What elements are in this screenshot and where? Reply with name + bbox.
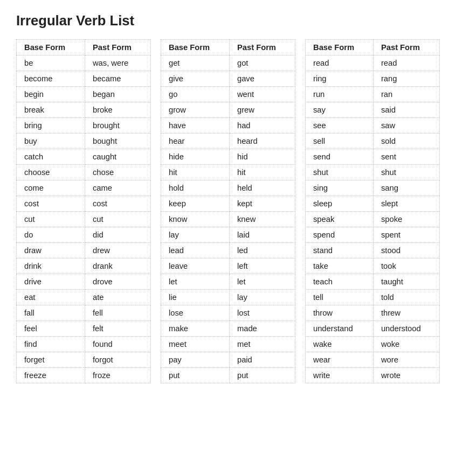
- base-form-cell: drink: [17, 259, 85, 274]
- table-row: catchcaught: [17, 149, 151, 165]
- past-form-cell: got: [229, 55, 295, 71]
- table-row: hidehid: [161, 149, 295, 165]
- table-row: putput: [161, 368, 295, 383]
- base-form-cell: forget: [17, 352, 85, 368]
- past-form-cell: said: [373, 102, 439, 118]
- col-header-1: Past Form: [85, 40, 150, 55]
- past-form-cell: saw: [373, 118, 439, 134]
- table-row: hearheard: [161, 134, 295, 149]
- past-form-cell: kept: [229, 196, 295, 212]
- base-form-cell: lie: [161, 290, 230, 305]
- base-form-cell: throw: [306, 305, 374, 321]
- base-form-cell: leave: [161, 259, 230, 274]
- base-form-cell: go: [161, 87, 230, 102]
- table-row: dodid: [17, 227, 151, 243]
- base-form-cell: choose: [17, 165, 85, 180]
- past-form-cell: told: [373, 290, 439, 305]
- table-row: bringbrought: [17, 118, 151, 134]
- table-row: havehad: [161, 118, 295, 134]
- table-row: costcost: [17, 196, 151, 212]
- base-form-cell: wake: [306, 337, 374, 352]
- past-form-cell: forgot: [85, 352, 150, 368]
- base-form-cell: spend: [306, 227, 374, 243]
- base-form-cell: lay: [161, 227, 230, 243]
- base-form-cell: stand: [306, 243, 374, 259]
- table-row: sendsent: [306, 149, 440, 165]
- col-header-0: Base Form: [17, 40, 85, 55]
- base-form-cell: sleep: [306, 196, 374, 212]
- base-form-cell: begin: [17, 87, 85, 102]
- table-row: leaveleft: [161, 259, 295, 274]
- table-row: wakewoke: [306, 337, 440, 352]
- table-row: loselost: [161, 305, 295, 321]
- past-form-cell: chose: [85, 165, 150, 180]
- col-header-0: Base Form: [306, 40, 374, 55]
- table-row: buybought: [17, 134, 151, 149]
- past-form-cell: threw: [373, 305, 439, 321]
- base-form-cell: become: [17, 71, 85, 87]
- table-row: getgot: [161, 55, 295, 71]
- base-form-cell: draw: [17, 243, 85, 259]
- past-form-cell: sang: [373, 180, 439, 196]
- table-row: lielay: [161, 290, 295, 305]
- past-form-cell: drove: [85, 274, 150, 290]
- base-form-cell: bring: [17, 118, 85, 134]
- base-form-cell: see: [306, 118, 374, 134]
- base-form-cell: find: [17, 337, 85, 352]
- base-form-cell: let: [161, 274, 230, 290]
- base-form-cell: do: [17, 227, 85, 243]
- past-form-cell: broke: [85, 102, 150, 118]
- table-row: ringrang: [306, 71, 440, 87]
- table-row: givegave: [161, 71, 295, 87]
- base-form-cell: buy: [17, 134, 85, 149]
- past-form-cell: froze: [85, 368, 150, 383]
- table-row: beginbegan: [17, 87, 151, 102]
- past-form-cell: felt: [85, 321, 150, 337]
- past-form-cell: hid: [229, 149, 295, 165]
- table-row: readread: [306, 55, 440, 71]
- base-form-cell: pay: [161, 352, 230, 368]
- table-row: telltold: [306, 290, 440, 305]
- base-form-cell: ring: [306, 71, 374, 87]
- table-row: bewas, were: [17, 55, 151, 71]
- past-form-cell: put: [229, 368, 295, 383]
- past-form-cell: spoke: [373, 212, 439, 227]
- past-form-cell: laid: [229, 227, 295, 243]
- base-form-cell: hold: [161, 180, 230, 196]
- table-row: sleepslept: [306, 196, 440, 212]
- past-form-cell: let: [229, 274, 295, 290]
- base-form-cell: be: [17, 55, 85, 71]
- table-row: keepkept: [161, 196, 295, 212]
- table-row: wearwore: [306, 352, 440, 368]
- table-row: fallfell: [17, 305, 151, 321]
- table-row: letlet: [161, 274, 295, 290]
- table-row: taketook: [306, 259, 440, 274]
- table-row: eatate: [17, 290, 151, 305]
- base-form-cell: grow: [161, 102, 230, 118]
- past-form-cell: was, were: [85, 55, 150, 71]
- table-row: throwthrew: [306, 305, 440, 321]
- past-form-cell: read: [373, 55, 439, 71]
- base-form-cell: sing: [306, 180, 374, 196]
- verb-table-2: Base FormPast Formgetgotgivegavegowentgr…: [161, 39, 295, 383]
- table-row: paypaid: [161, 352, 295, 368]
- past-form-cell: shut: [373, 165, 439, 180]
- table-row: sellsold: [306, 134, 440, 149]
- table-row: comecame: [17, 180, 151, 196]
- page-title: Irregular Verb List: [16, 13, 460, 29]
- table-row: drivedrove: [17, 274, 151, 290]
- past-form-cell: understood: [373, 321, 439, 337]
- past-form-cell: taught: [373, 274, 439, 290]
- base-form-cell: know: [161, 212, 230, 227]
- past-form-cell: found: [85, 337, 150, 352]
- base-form-cell: get: [161, 55, 230, 71]
- past-form-cell: met: [229, 337, 295, 352]
- base-form-cell: wear: [306, 352, 374, 368]
- past-form-cell: ran: [373, 87, 439, 102]
- past-form-cell: held: [229, 180, 295, 196]
- base-form-cell: feel: [17, 321, 85, 337]
- table-row: writewrote: [306, 368, 440, 383]
- past-form-cell: took: [373, 259, 439, 274]
- base-form-cell: eat: [17, 290, 85, 305]
- past-form-cell: gave: [229, 71, 295, 87]
